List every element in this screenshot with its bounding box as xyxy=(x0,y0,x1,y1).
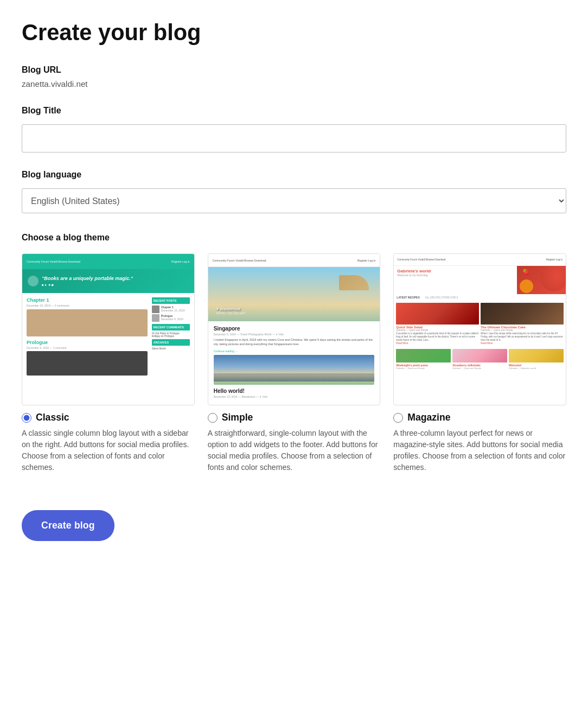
theme-section-label: Choose a blog theme xyxy=(22,233,566,243)
classic-theme-name: Classic xyxy=(36,412,69,423)
blog-language-section: Blog language English (United States) En… xyxy=(22,170,566,213)
blog-url-value: zanetta.vivaldi.net xyxy=(22,79,566,88)
classic-theme-description: A classic single column blog layout with… xyxy=(22,428,195,473)
magazine-radio[interactable] xyxy=(393,413,403,423)
themes-grid: Community Forum Vivaldi Browse Download … xyxy=(22,253,566,473)
page-title: Create your blog xyxy=(22,20,566,46)
magazine-theme-name: Magazine xyxy=(407,412,450,423)
theme-card-classic[interactable]: Community Forum Vivaldi Browse Download … xyxy=(22,253,195,473)
blog-title-label: Blog Title xyxy=(22,106,566,116)
blog-language-label: Blog language xyxy=(22,170,566,180)
create-blog-button[interactable]: Create blog xyxy=(22,510,114,541)
blog-url-section: Blog URL zanetta.vivaldi.net xyxy=(22,65,566,88)
theme-card-simple[interactable]: Community Forum Vivaldi Browse Download … xyxy=(208,253,381,473)
simple-theme-description: A straightforward, single-column layout … xyxy=(208,428,381,473)
simple-radio[interactable] xyxy=(208,413,218,423)
blog-language-select[interactable]: English (United States) English (UK) Fra… xyxy=(22,188,566,213)
blog-url-label: Blog URL xyxy=(22,65,566,75)
classic-radio[interactable] xyxy=(22,413,31,423)
simple-preview: Community Forum Vivaldi Browse Download … xyxy=(208,253,381,405)
magazine-theme-description: A three-column layout perfect for news o… xyxy=(393,428,566,473)
blog-title-section: Blog Title xyxy=(22,106,566,152)
simple-theme-name: Simple xyxy=(222,412,253,423)
theme-card-magazine[interactable]: Community Forum Vivaldi Browse Download … xyxy=(393,253,566,473)
choose-theme-section: Choose a blog theme Community Forum Viva… xyxy=(22,233,566,473)
magazine-preview: Community Forum Vivaldi Browse Download … xyxy=(393,253,566,405)
classic-preview: Community Forum Vivaldi Browse Download … xyxy=(22,253,195,405)
blog-title-input[interactable] xyxy=(22,124,566,152)
